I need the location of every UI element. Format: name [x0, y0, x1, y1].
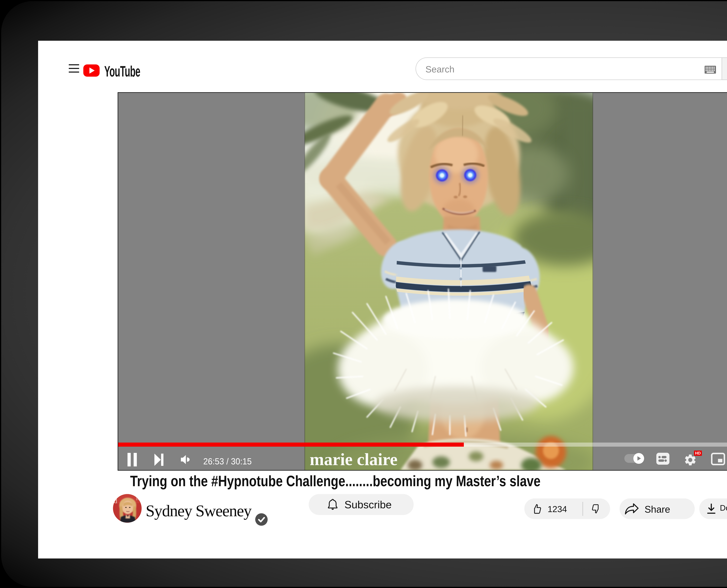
- svg-text:marie claire: marie claire: [310, 450, 398, 469]
- svg-text:R: R: [136, 496, 139, 501]
- svg-text:d: d: [114, 497, 117, 505]
